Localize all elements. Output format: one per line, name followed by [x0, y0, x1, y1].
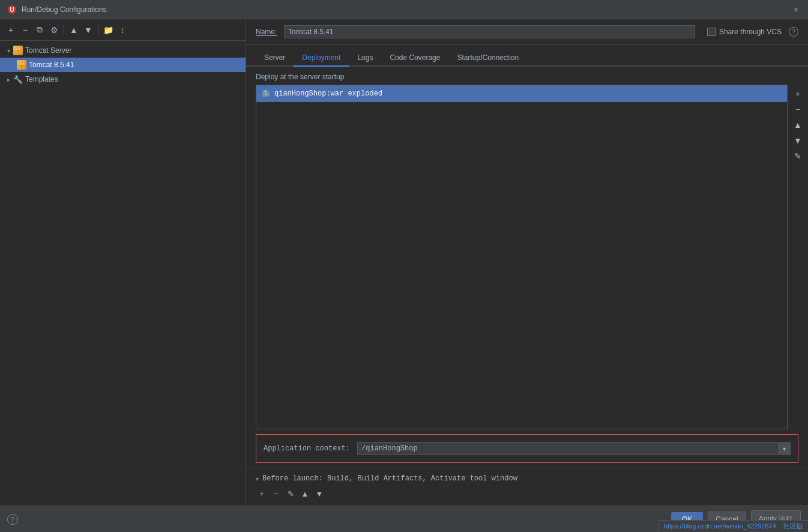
before-launch-edit-button[interactable]: ✎: [285, 488, 297, 500]
before-launch-up-button[interactable]: ▲: [299, 488, 311, 500]
tab-deployment[interactable]: Deployment: [294, 50, 349, 67]
tab-startup-connection[interactable]: Startup/Connection: [448, 50, 527, 67]
deployment-content: Deploy at the server startup qianHongSho…: [246, 67, 808, 506]
app-context-row: Application context: ▾: [264, 442, 791, 455]
window-title: Run/Debug Configurations: [22, 5, 791, 14]
config-tree: ▾ 🐱 Tomcat Server 🐱 Tomcat 8.5.41 ▸ 🔧: [0, 41, 246, 506]
deploy-label: Deploy at the server startup: [246, 67, 808, 85]
add-config-button[interactable]: +: [5, 24, 17, 36]
before-launch-label: Before launch: Build, Build Artifacts, A…: [262, 474, 517, 483]
left-panel: + − ⧉ ⚙ ▲ ▼ 📁 ↕ ▾ 🐱 Tomcat Server: [0, 19, 246, 506]
tomcat-instance-icon: 🐱: [17, 60, 26, 70]
share-vcs-label: Share through VCS: [719, 28, 782, 36]
application-context-section: Application context: ▾: [256, 434, 798, 463]
toolbar-separator-1: [64, 25, 64, 35]
artifact-area: qianHongShop:war exploded + − ▲ ▼ ✎: [246, 85, 808, 429]
before-launch-down-button[interactable]: ▼: [313, 488, 325, 500]
svg-point-4: [265, 93, 267, 95]
tabs-bar: Server Deployment Logs Code Coverage Sta…: [246, 45, 808, 67]
name-label: Name:: [256, 28, 277, 36]
name-input[interactable]: [284, 25, 695, 38]
down-button[interactable]: ▼: [82, 24, 94, 36]
tree-item-tomcat-instance[interactable]: 🐱 Tomcat 8.5.41: [0, 58, 246, 72]
window-controls: ×: [791, 5, 801, 14]
edit-artifact-button[interactable]: ✎: [791, 150, 804, 163]
chevron-down-icon: ▾: [5, 47, 12, 54]
bottom-left: ?: [7, 514, 18, 525]
folder-button[interactable]: 📁: [102, 24, 114, 36]
close-button[interactable]: ×: [791, 5, 801, 14]
before-launch-section: ▾ Before launch: Build, Build Artifacts,…: [246, 468, 808, 506]
app-context-input[interactable]: [358, 443, 778, 455]
tree-item-templates[interactable]: ▸ 🔧 Templates: [0, 72, 246, 86]
remove-artifact-button[interactable]: −: [791, 103, 804, 116]
url-text: https://blog.csdn.net/weixin_42292874: [664, 522, 776, 530]
artifact-up-button[interactable]: ▲: [791, 118, 804, 131]
artifact-item[interactable]: qianHongShop:war exploded: [256, 85, 787, 102]
before-launch-toggle[interactable]: ▾: [256, 476, 259, 482]
before-launch-remove-button[interactable]: −: [270, 488, 282, 500]
chevron-right-icon: ▸: [5, 76, 12, 83]
settings-button[interactable]: ⚙: [48, 24, 60, 36]
add-artifact-button[interactable]: +: [791, 87, 804, 100]
before-launch-header: ▾ Before launch: Build, Build Artifacts,…: [256, 472, 798, 485]
artifact-side-buttons: + − ▲ ▼ ✎: [788, 85, 808, 429]
url-status: https://blog.csdn.net/weixin_42292874 社区…: [659, 520, 808, 532]
right-panel: Name: Share through VCS ? Server Deploym…: [246, 19, 808, 506]
vcs-area: Share through VCS: [707, 28, 782, 36]
svg-rect-3: [264, 90, 267, 92]
tree-item-tomcat-server-group[interactable]: ▾ 🐱 Tomcat Server: [0, 43, 246, 58]
sort-button[interactable]: ↕: [116, 24, 128, 36]
svg-text:U: U: [10, 7, 14, 13]
help-button[interactable]: ?: [7, 514, 18, 525]
toolbar-separator-2: [98, 25, 98, 35]
artifact-list: qianHongShop:war exploded: [256, 85, 788, 429]
up-button[interactable]: ▲: [68, 24, 80, 36]
app-context-input-wrap: ▾: [357, 442, 791, 455]
config-header: Name: Share through VCS ?: [246, 19, 808, 45]
copy-config-button[interactable]: ⧉: [34, 24, 46, 36]
app-context-label: Application context:: [264, 444, 350, 453]
before-launch-toolbar: + − ✎ ▲ ▼: [256, 485, 798, 502]
remove-config-button[interactable]: −: [19, 24, 31, 36]
artifact-icon: [261, 89, 271, 98]
tomcat-group-icon: 🐱: [13, 46, 23, 55]
status-text: 社区版: [783, 522, 803, 530]
before-launch-add-button[interactable]: +: [256, 488, 268, 500]
tree-item-templates-label: Templates: [25, 75, 58, 83]
tab-logs[interactable]: Logs: [349, 50, 381, 67]
help-icon[interactable]: ?: [789, 27, 798, 37]
share-vcs-checkbox[interactable]: [707, 28, 716, 36]
main-layout: + − ⧉ ⚙ ▲ ▼ 📁 ↕ ▾ 🐱 Tomcat Server: [0, 19, 808, 506]
tab-code-coverage[interactable]: Code Coverage: [381, 50, 448, 67]
app-context-dropdown-button[interactable]: ▾: [778, 443, 790, 455]
tree-item-tomcat-server-label: Tomcat Server: [25, 46, 71, 55]
tree-item-tomcat-instance-label: Tomcat 8.5.41: [29, 61, 74, 69]
wrench-icon: 🔧: [13, 74, 23, 84]
left-toolbar: + − ⧉ ⚙ ▲ ▼ 📁 ↕: [0, 19, 246, 41]
artifact-label: qianHongShop:war exploded: [274, 89, 382, 98]
tab-server[interactable]: Server: [256, 50, 294, 67]
artifact-down-button[interactable]: ▼: [791, 134, 804, 147]
app-icon: U: [7, 5, 17, 14]
title-bar: U Run/Debug Configurations ×: [0, 0, 808, 19]
